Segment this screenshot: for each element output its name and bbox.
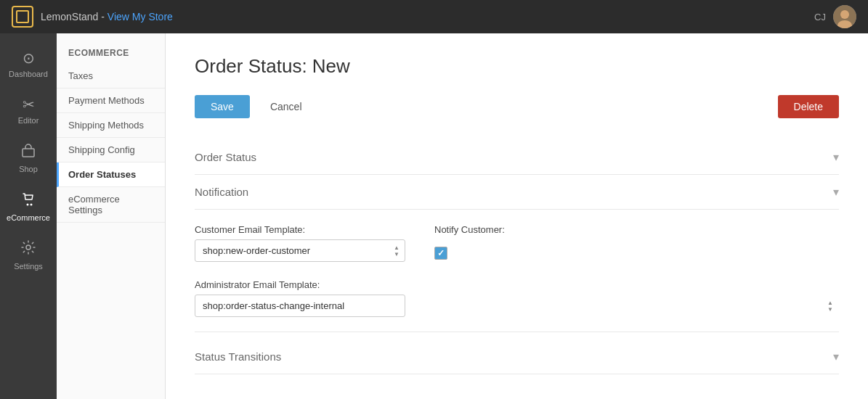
notification-chevron-icon: ▾	[833, 185, 839, 199]
notification-section-body: Customer Email Template: shop:new-order-…	[195, 210, 839, 332]
nav-item-shipping-config[interactable]: Shipping Config	[57, 138, 165, 163]
shop-icon	[20, 142, 36, 162]
svg-point-5	[31, 204, 33, 206]
sidebar-item-settings[interactable]: Settings	[0, 231, 57, 279]
nav-item-shipping-methods[interactable]: Shipping Methods	[57, 113, 165, 138]
notification-form-row: Customer Email Template: shop:new-order-…	[195, 224, 839, 262]
sidebar-item-ecommerce[interactable]: eCommerce	[0, 182, 57, 231]
customer-email-label: Customer Email Template:	[195, 224, 405, 235]
save-button[interactable]: Save	[195, 95, 250, 118]
secondary-nav: eCommerce Taxes Payment Methods Shipping…	[57, 33, 166, 399]
order-status-chevron-icon: ▾	[833, 150, 839, 164]
page-title: Order Status: New	[195, 55, 839, 78]
notify-customer-label: Notify Customer:	[434, 224, 505, 235]
brand-separator: -	[101, 11, 108, 22]
nav-item-taxes[interactable]: Taxes	[57, 64, 165, 89]
topbar: LemonStand - View My Store CJ	[0, 0, 868, 33]
icon-nav: ⊙ Dashboard ✂ Editor Shop	[0, 33, 57, 399]
admin-email-group: Administrator Email Template: shop:order…	[195, 279, 839, 317]
editor-label: Editor	[18, 116, 39, 125]
dashboard-icon: ⊙	[23, 49, 35, 67]
brand-title: LemonStand - View My Store	[41, 11, 173, 22]
status-transitions-chevron-icon: ▾	[833, 350, 839, 363]
checkmark-icon: ✓	[437, 248, 445, 258]
cancel-button[interactable]: Cancel	[259, 95, 314, 118]
ecommerce-label: eCommerce	[7, 213, 50, 222]
settings-icon	[20, 239, 36, 259]
view-store-link[interactable]: View My Store	[108, 11, 173, 22]
logo-icon[interactable]	[12, 6, 33, 28]
avatar[interactable]	[833, 5, 856, 28]
customer-email-select[interactable]: shop:new-order-customer	[195, 239, 405, 262]
admin-email-arrows: ▲ ▼	[827, 300, 833, 312]
customer-email-group: Customer Email Template: shop:new-order-…	[195, 224, 405, 262]
order-status-section-header[interactable]: Order Status ▾	[195, 140, 839, 175]
delete-button[interactable]: Delete	[778, 95, 839, 118]
brand-name: LemonStand	[41, 11, 98, 22]
nav-item-ecommerce-settings[interactable]: eCommerce Settings	[57, 187, 165, 223]
user-initials: CJ	[814, 12, 826, 22]
sidebar-item-shop[interactable]: Shop	[0, 133, 57, 182]
nav-item-order-statuses[interactable]: Order Statuses	[57, 163, 165, 187]
secondary-nav-header: eCommerce	[57, 41, 165, 64]
svg-point-1	[840, 10, 849, 19]
notification-label: Notification	[195, 186, 248, 198]
sidebar-item-dashboard[interactable]: ⊙ Dashboard	[0, 41, 57, 87]
nav-item-payment-methods[interactable]: Payment Methods	[57, 89, 165, 113]
sidebar-item-editor[interactable]: ✂ Editor	[0, 87, 57, 133]
notification-section-header[interactable]: Notification ▾	[195, 175, 839, 210]
notify-customer-group: Notify Customer: ✓	[434, 224, 505, 260]
notify-customer-checkbox-wrapper: ✓	[434, 247, 505, 260]
status-transitions-label: Status Transitions	[195, 350, 281, 363]
main-content: Order Status: New Save Cancel Delete Ord…	[166, 33, 868, 399]
svg-rect-3	[23, 149, 34, 157]
editor-icon: ✂	[23, 96, 35, 113]
ecommerce-icon	[20, 191, 36, 210]
svg-point-6	[26, 245, 31, 250]
admin-email-select-wrapper: shop:order-status-change-internal ▲ ▼	[195, 295, 839, 317]
action-bar: Save Cancel Delete	[195, 95, 839, 118]
admin-email-select[interactable]: shop:order-status-change-internal	[195, 295, 405, 317]
notify-customer-checkbox[interactable]: ✓	[434, 247, 447, 260]
dashboard-label: Dashboard	[9, 70, 48, 78]
svg-point-4	[27, 204, 29, 206]
order-status-label: Order Status	[195, 151, 256, 163]
admin-email-label: Administrator Email Template:	[195, 279, 839, 290]
settings-label: Settings	[14, 262, 43, 271]
layout: ⊙ Dashboard ✂ Editor Shop	[0, 0, 868, 399]
status-transitions-section-header[interactable]: Status Transitions ▾	[195, 340, 839, 374]
shop-label: Shop	[19, 165, 38, 173]
customer-email-select-wrapper: shop:new-order-customer ▲ ▼	[195, 239, 405, 262]
